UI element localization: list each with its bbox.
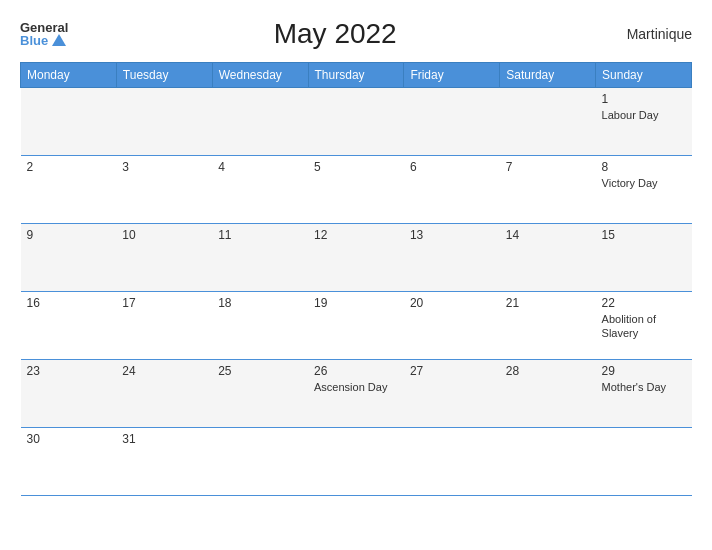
calendar-cell: 12	[308, 224, 404, 292]
day-event: Abolition of Slavery	[602, 312, 686, 341]
day-number: 8	[602, 160, 686, 174]
day-number: 24	[122, 364, 206, 378]
calendar-cell	[500, 428, 596, 496]
calendar-cell: 10	[116, 224, 212, 292]
day-number: 22	[602, 296, 686, 310]
day-number: 25	[218, 364, 302, 378]
calendar-cell	[212, 428, 308, 496]
calendar-cell: 22Abolition of Slavery	[596, 292, 692, 360]
day-number: 27	[410, 364, 494, 378]
calendar-cell: 6	[404, 156, 500, 224]
calendar-cell: 4	[212, 156, 308, 224]
col-header-tuesday: Tuesday	[116, 63, 212, 88]
col-header-thursday: Thursday	[308, 63, 404, 88]
region-label: Martinique	[602, 26, 692, 42]
calendar-cell	[404, 428, 500, 496]
calendar-cell: 2	[21, 156, 117, 224]
calendar-cell: 20	[404, 292, 500, 360]
day-number: 13	[410, 228, 494, 242]
col-header-monday: Monday	[21, 63, 117, 88]
calendar-page: General Blue May 2022 Martinique MondayT…	[0, 0, 712, 550]
day-number: 19	[314, 296, 398, 310]
day-number: 6	[410, 160, 494, 174]
logo-triangle-icon	[52, 34, 66, 46]
day-number: 28	[506, 364, 590, 378]
calendar-cell: 14	[500, 224, 596, 292]
day-number: 1	[602, 92, 686, 106]
calendar-cell: 13	[404, 224, 500, 292]
calendar-cell	[116, 88, 212, 156]
day-event: Victory Day	[602, 176, 686, 190]
col-header-sunday: Sunday	[596, 63, 692, 88]
day-number: 10	[122, 228, 206, 242]
day-number: 12	[314, 228, 398, 242]
calendar-cell: 11	[212, 224, 308, 292]
calendar-cell: 16	[21, 292, 117, 360]
day-number: 20	[410, 296, 494, 310]
day-number: 16	[27, 296, 111, 310]
calendar-cell: 8Victory Day	[596, 156, 692, 224]
day-number: 4	[218, 160, 302, 174]
day-event: Labour Day	[602, 108, 686, 122]
day-number: 23	[27, 364, 111, 378]
calendar-row: 23242526Ascension Day272829Mother's Day	[21, 360, 692, 428]
logo: General Blue	[20, 21, 68, 47]
day-number: 7	[506, 160, 590, 174]
day-number: 30	[27, 432, 111, 446]
col-header-saturday: Saturday	[500, 63, 596, 88]
calendar-row: 1Labour Day	[21, 88, 692, 156]
day-number: 11	[218, 228, 302, 242]
col-header-friday: Friday	[404, 63, 500, 88]
calendar-cell: 15	[596, 224, 692, 292]
calendar-cell	[212, 88, 308, 156]
calendar-cell: 31	[116, 428, 212, 496]
calendar-cell: 17	[116, 292, 212, 360]
day-event: Mother's Day	[602, 380, 686, 394]
calendar-cell	[404, 88, 500, 156]
calendar-cell	[596, 428, 692, 496]
day-number: 31	[122, 432, 206, 446]
day-event: Ascension Day	[314, 380, 398, 394]
day-number: 18	[218, 296, 302, 310]
day-number: 5	[314, 160, 398, 174]
day-number: 26	[314, 364, 398, 378]
calendar-cell: 18	[212, 292, 308, 360]
calendar-cell: 23	[21, 360, 117, 428]
calendar-header-row: MondayTuesdayWednesdayThursdayFridaySatu…	[21, 63, 692, 88]
calendar-cell: 24	[116, 360, 212, 428]
day-number: 3	[122, 160, 206, 174]
day-number: 21	[506, 296, 590, 310]
calendar-cell: 26Ascension Day	[308, 360, 404, 428]
calendar-cell: 19	[308, 292, 404, 360]
calendar-cell: 7	[500, 156, 596, 224]
calendar-cell: 28	[500, 360, 596, 428]
day-number: 2	[27, 160, 111, 174]
calendar-cell	[308, 88, 404, 156]
month-title: May 2022	[68, 18, 602, 50]
calendar-cell	[308, 428, 404, 496]
calendar-cell: 9	[21, 224, 117, 292]
day-number: 14	[506, 228, 590, 242]
day-number: 17	[122, 296, 206, 310]
calendar-cell: 30	[21, 428, 117, 496]
header: General Blue May 2022 Martinique	[20, 18, 692, 50]
calendar-cell	[500, 88, 596, 156]
col-header-wednesday: Wednesday	[212, 63, 308, 88]
calendar-row: 16171819202122Abolition of Slavery	[21, 292, 692, 360]
calendar-cell: 3	[116, 156, 212, 224]
day-number: 15	[602, 228, 686, 242]
logo-blue-text: Blue	[20, 34, 48, 47]
calendar-row: 9101112131415	[21, 224, 692, 292]
calendar-cell: 27	[404, 360, 500, 428]
calendar-cell	[21, 88, 117, 156]
calendar-cell: 29Mother's Day	[596, 360, 692, 428]
calendar-table: MondayTuesdayWednesdayThursdayFridaySatu…	[20, 62, 692, 496]
day-number: 29	[602, 364, 686, 378]
calendar-cell: 1Labour Day	[596, 88, 692, 156]
calendar-cell: 5	[308, 156, 404, 224]
calendar-cell: 25	[212, 360, 308, 428]
calendar-row: 3031	[21, 428, 692, 496]
calendar-row: 2345678Victory Day	[21, 156, 692, 224]
calendar-cell: 21	[500, 292, 596, 360]
day-number: 9	[27, 228, 111, 242]
